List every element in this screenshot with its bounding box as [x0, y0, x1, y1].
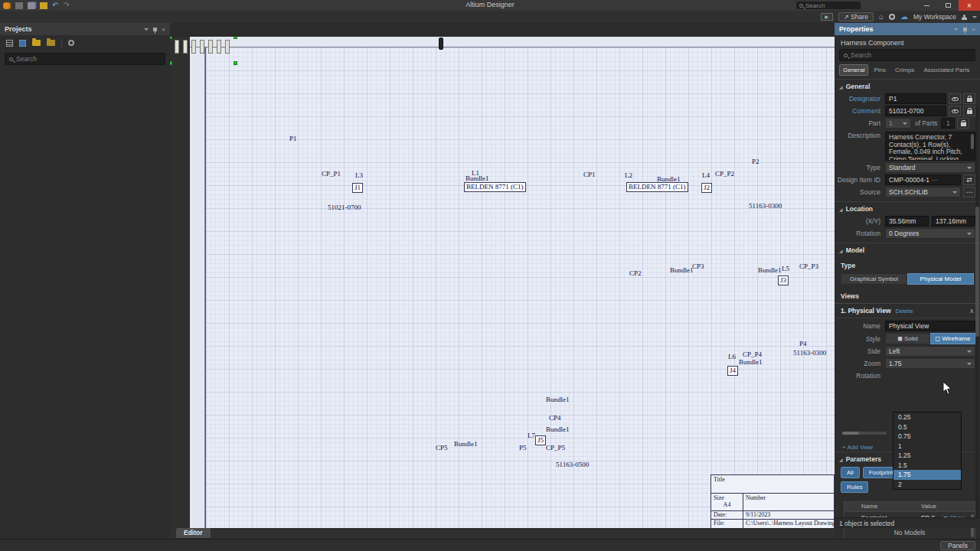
open-folder-icon[interactable]	[32, 40, 41, 46]
zoom-option-0.5[interactable]: 0.5	[893, 422, 961, 432]
graphical-symbol-button[interactable]: Graphical Symbol	[841, 273, 907, 285]
projects-search-input[interactable]: Search	[5, 53, 165, 65]
properties-panel-header: Properties ×	[835, 23, 980, 35]
filter-all-button[interactable]: All	[841, 467, 860, 478]
editor-strip: Editor	[170, 528, 835, 539]
design-item-id-field[interactable]: CMP-00004-1 ⋯	[885, 174, 961, 185]
lock-button[interactable]	[957, 118, 969, 129]
title-block-file: C:\Users\..\Harness Layout Drawing	[743, 520, 834, 528]
section-location[interactable]: ◢Location	[835, 201, 980, 215]
filter-rules-button[interactable]: Rules	[841, 481, 868, 493]
type-select[interactable]: Standard	[885, 162, 975, 173]
projects-panel-title: Projects	[5, 25, 144, 33]
home-icon[interactable]: ⌂	[879, 13, 884, 21]
properties-search-input[interactable]: Search	[839, 49, 975, 61]
zoom-option-0.25[interactable]: 0.25	[893, 412, 961, 422]
add-view-link[interactable]: + Add View	[842, 444, 873, 451]
global-search-input[interactable]: Search	[796, 2, 861, 9]
zoom-option-1.5[interactable]: 1.5	[893, 461, 961, 471]
zoom-option-1[interactable]: 1	[893, 442, 961, 452]
tab-general[interactable]: General	[839, 64, 868, 76]
selection-handle[interactable]	[170, 61, 172, 65]
contact-slot	[225, 40, 230, 54]
add-folder-icon[interactable]	[47, 40, 55, 46]
user-icon[interactable]	[962, 15, 967, 20]
source-select[interactable]: SCH.SCHLIB	[885, 187, 961, 197]
close-button[interactable]: ×	[959, 0, 980, 11]
pin-icon[interactable]	[153, 28, 157, 31]
tab-pins[interactable]: Pins	[870, 64, 890, 76]
close-icon[interactable]: ×	[162, 26, 165, 33]
style-segmented: ◼ Solid ◻ Wireframe	[885, 333, 975, 344]
panel-menu-icon[interactable]	[954, 28, 959, 31]
list-view-icon[interactable]	[6, 40, 13, 47]
view-header[interactable]: 1. Physical View Delete ∧	[835, 303, 980, 318]
view-name-field[interactable]: Physical View	[885, 321, 975, 331]
parts-total-field[interactable]: 1	[941, 118, 955, 129]
selection-handle[interactable]	[234, 61, 237, 65]
minimize-button[interactable]	[916, 0, 937, 11]
visibility-button[interactable]	[949, 106, 961, 116]
wireframe-button[interactable]: ◻ Wireframe	[930, 333, 975, 344]
contact-slot	[191, 40, 196, 54]
viewer-icon[interactable]: ▶	[821, 13, 833, 21]
part-label: Part	[835, 119, 885, 127]
save-project-icon[interactable]	[19, 40, 26, 47]
panels-button[interactable]: Panels	[940, 541, 975, 550]
maximize-button[interactable]	[937, 0, 959, 11]
canvas-text-label: L6	[728, 353, 736, 360]
selection-handle[interactable]	[170, 37, 172, 39]
title-block-number: Number	[743, 494, 834, 510]
section-model[interactable]: ◢Model	[835, 243, 980, 256]
tab-associated-parts[interactable]: Associated Parts	[920, 64, 973, 76]
comment-field[interactable]: 51021-0700	[885, 106, 946, 116]
my-workspace-label[interactable]: My Workspace	[913, 13, 956, 21]
zoom-dropdown: 0.250.50.7511.251.51.752	[893, 412, 962, 490]
zoom-option-2[interactable]: 2	[893, 480, 961, 490]
zoom-option-1.25[interactable]: 1.25	[893, 451, 961, 461]
lock-button[interactable]	[963, 93, 975, 104]
zoom-select[interactable]: 1.75	[885, 358, 975, 369]
zoom-option-0.75[interactable]: 0.75	[893, 432, 961, 442]
pin-icon[interactable]	[963, 28, 967, 31]
canvas-text-label: 51021-0700	[328, 204, 361, 211]
designator-label[interactable]: Designator	[835, 95, 885, 103]
drawing-canvas[interactable]: P1CP_P1L3J1L1Bundle1BELDEN 8771 (C1)CP1L…	[170, 37, 835, 528]
of-parts-label: of Parts	[915, 119, 937, 127]
view-name-label: Name	[835, 322, 885, 330]
visibility-button[interactable]	[949, 93, 961, 104]
selection-handle[interactable]	[234, 37, 237, 39]
side-select[interactable]: Left	[885, 346, 975, 357]
delete-view-link[interactable]: Delete	[896, 308, 913, 315]
canvas-text-label: L3	[355, 171, 363, 179]
editor-tab[interactable]: Editor	[176, 528, 211, 538]
views-scrollbar[interactable]	[842, 432, 887, 435]
rotation-select[interactable]: 0 Degrees	[885, 228, 975, 239]
close-icon[interactable]: ×	[972, 26, 975, 33]
share-button[interactable]: ↗ Share	[838, 12, 874, 21]
connector-symbol-p1[interactable]	[170, 37, 172, 38]
y-field[interactable]: 137.16mm	[932, 216, 975, 227]
settings-icon[interactable]	[68, 40, 74, 46]
swap-button[interactable]: ⇄	[963, 174, 975, 185]
physical-model-button[interactable]: Physical Model	[907, 273, 974, 285]
lock-button[interactable]	[963, 106, 975, 116]
comment-label[interactable]: Comment	[835, 107, 885, 115]
tab-crimps[interactable]: Crimps	[891, 64, 918, 76]
browse-button[interactable]: ⋯	[963, 187, 975, 197]
scrollbar-thumb[interactable]	[971, 134, 974, 149]
solid-button[interactable]: ◼ Solid	[885, 333, 930, 344]
part-select[interactable]: 1	[885, 118, 911, 129]
x-field[interactable]: 35.56mm	[885, 216, 929, 227]
zoom-option-1.75[interactable]: 1.75	[893, 470, 961, 480]
panel-menu-icon[interactable]	[144, 28, 149, 31]
contact-slot	[217, 40, 221, 54]
collapse-icon[interactable]: ∧	[969, 308, 974, 315]
properties-scrollbar[interactable]	[975, 107, 979, 520]
designator-field[interactable]: P1	[885, 93, 946, 104]
gear-icon[interactable]	[889, 14, 895, 20]
mouse-cursor	[942, 381, 952, 395]
section-general[interactable]: ◢General	[835, 79, 980, 93]
description-field[interactable]: Harness Connector, 7 Contact(s), 1 Row(s…	[885, 132, 975, 161]
contact-slot	[175, 40, 179, 54]
